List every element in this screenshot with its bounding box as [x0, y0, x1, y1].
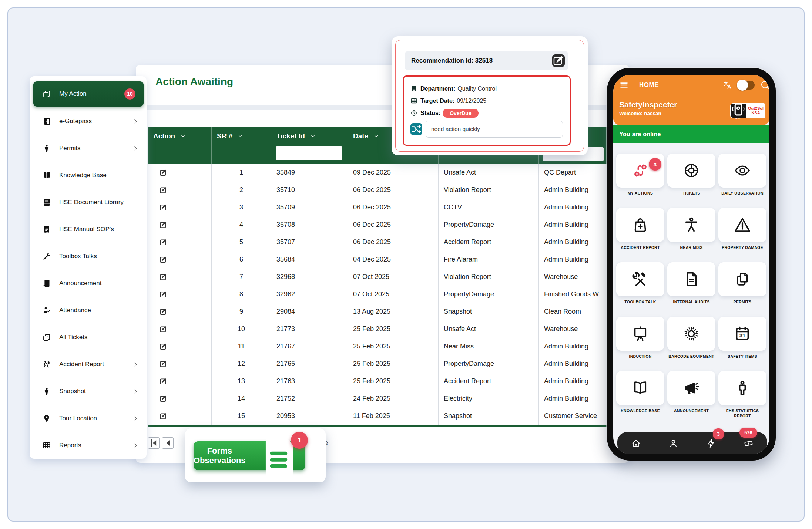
sidebar-item-tour-location[interactable]: Tour Location — [30, 405, 147, 432]
warning-icon — [734, 216, 751, 233]
type-cell: Near Miss — [439, 338, 539, 355]
edit-row-icon[interactable] — [159, 255, 168, 264]
chevron-down-icon[interactable] — [238, 133, 243, 139]
phone-tile-tickets[interactable] — [667, 154, 715, 188]
edit-row-icon[interactable] — [159, 325, 168, 333]
sidebar-item-announcement[interactable]: Announcement — [30, 270, 147, 297]
phone-tile-label: INDUCTION — [615, 354, 665, 359]
ticket-id-cell: 35707 — [271, 233, 348, 251]
edit-recommendation-button[interactable] — [552, 54, 565, 67]
forms-observations-button[interactable]: Forms Observations — [194, 441, 305, 470]
sidebar-item-my-action[interactable]: My Action10 — [33, 81, 144, 107]
phone-tile-announcement[interactable] — [667, 371, 715, 405]
phone-tile-barcode-equipment[interactable] — [667, 317, 715, 351]
phone-tile-near-miss[interactable] — [667, 208, 715, 242]
sr-cell: 9 — [212, 303, 271, 320]
grid-icon — [42, 441, 51, 450]
phone-tile-daily-observation[interactable] — [718, 154, 766, 188]
type-cell: PropertyDamage — [439, 355, 539, 373]
phone-tile-label: INTERNAL AUDITS — [666, 299, 717, 304]
sidebar-item-label: Accident Report — [59, 361, 104, 368]
hamburger-menu-icon[interactable] — [619, 80, 629, 90]
nav-profile-icon[interactable] — [668, 438, 678, 448]
screenshot-stage: My Action10e-GatepassPermitsKnowledge Ba… — [0, 0, 812, 529]
phone-tile-label: PERMITS — [717, 299, 768, 304]
phone-tile-property-damage[interactable] — [718, 208, 766, 242]
nfc-icon — [731, 102, 746, 117]
edit-row-icon[interactable] — [159, 186, 168, 194]
edit-row-icon[interactable] — [159, 307, 168, 316]
chevron-down-icon[interactable] — [180, 133, 186, 139]
edit-row-icon[interactable] — [159, 290, 168, 299]
table-row: 142175224 Feb 2025ElectricityAdmin Build… — [148, 390, 629, 407]
edit-row-icon[interactable] — [159, 412, 168, 420]
first-page-button[interactable] — [148, 437, 160, 449]
search-icon[interactable] — [760, 80, 769, 91]
open-book-icon — [42, 171, 51, 180]
column-header-action[interactable]: Action — [148, 127, 212, 164]
sidebar-item-permits[interactable]: Permits — [30, 135, 147, 162]
sidebar-item-hse-manual-sop-s[interactable]: HSE Manual SOP's — [30, 216, 147, 243]
phone-tile-induction[interactable] — [616, 317, 664, 351]
sidebar-item-hse-document-library[interactable]: HSE Document Library — [30, 189, 147, 216]
date-cell: 06 Dec 2025 — [348, 233, 439, 251]
sidebar-item-accident-report[interactable]: Accident Report — [30, 351, 147, 378]
edit-row-icon[interactable] — [159, 203, 168, 212]
sidebar-item-attendance[interactable]: Attendance — [30, 297, 147, 324]
edit-row-icon[interactable] — [159, 168, 168, 177]
column-header-ticket-id[interactable]: Ticket Id — [271, 127, 348, 164]
phone-tile-safety-items[interactable]: 31 — [718, 317, 766, 351]
phone-tile-knowledge-base[interactable] — [616, 371, 664, 405]
copy-icon — [42, 90, 51, 98]
date-cell: 24 Feb 2025 — [348, 390, 439, 407]
ticket-id-cell: 35710 — [271, 181, 348, 199]
chevron-down-icon[interactable] — [373, 133, 379, 139]
shuffle-icon-button[interactable] — [410, 123, 422, 135]
sr-cell: 5 — [212, 233, 271, 251]
person-icon — [42, 144, 51, 153]
phone-header: SafetyInspecter Welcome: hassan NFC Out2… — [613, 95, 769, 125]
table-row: 73296807 Oct 2025Violation ReportWarehou… — [148, 268, 629, 286]
edit-row-icon[interactable] — [159, 273, 168, 281]
sidebar-item-toolbox-talks[interactable]: Toolbox Talks — [30, 243, 147, 270]
nav-actions-icon[interactable] — [706, 438, 716, 448]
nav-tickets-icon[interactable] — [744, 438, 754, 448]
chevron-down-icon[interactable] — [310, 133, 316, 139]
note-input[interactable] — [426, 121, 563, 138]
date-cell: 13 Aug 2025 — [348, 303, 439, 320]
sidebar-item-label: Tour Location — [59, 415, 97, 422]
edit-row-icon[interactable] — [159, 220, 168, 229]
pages-icon — [734, 271, 751, 288]
edit-row-icon[interactable] — [159, 342, 168, 351]
forms-observations-card: Forms Observations 1 — [185, 428, 326, 482]
sidebar-item-knowledge-base[interactable]: Knowledge Base — [30, 162, 147, 189]
phone-tile-accident-report[interactable] — [616, 208, 664, 242]
date-cell: 06 Dec 2025 — [348, 216, 439, 233]
phone-tile-ehs-statistics-report[interactable] — [718, 371, 766, 405]
edit-row-icon[interactable] — [159, 238, 168, 246]
type-cell: PropertyDamage — [439, 216, 539, 233]
column-filter-input[interactable] — [276, 146, 342, 160]
sidebar-item-all-tickets[interactable]: All Tickets — [30, 324, 147, 351]
sidebar-item-e-gatepass[interactable]: e-Gatepass — [30, 108, 147, 135]
edit-row-icon[interactable] — [159, 394, 168, 403]
calendar-icon: 31 — [734, 325, 751, 342]
sidebar-item-snapshot[interactable]: Snapshot — [30, 378, 147, 405]
phone-tile-toolbox-talk[interactable] — [616, 262, 664, 296]
type-cell: Snapshot — [439, 303, 539, 320]
column-header-sr-[interactable]: SR # — [212, 127, 271, 164]
theme-toggle[interactable] — [738, 81, 755, 90]
sidebar-item-reports[interactable]: Reports — [30, 432, 147, 459]
nfc-badge: NFC — [730, 103, 746, 118]
edit-row-icon[interactable] — [159, 377, 168, 385]
previous-page-button[interactable] — [162, 437, 174, 449]
type-cell: PropertyDamage — [439, 286, 539, 303]
recommendation-id-label: Recommendation Id: 32518 — [411, 57, 493, 64]
person-slip-icon — [42, 360, 51, 369]
translate-icon[interactable] — [723, 80, 732, 90]
phone-tile-permits[interactable] — [718, 262, 766, 296]
edit-row-icon[interactable] — [159, 360, 168, 368]
first-page-icon — [148, 438, 159, 448]
phone-tile-internal-audits[interactable] — [667, 262, 715, 296]
nav-home-icon[interactable] — [631, 438, 641, 448]
